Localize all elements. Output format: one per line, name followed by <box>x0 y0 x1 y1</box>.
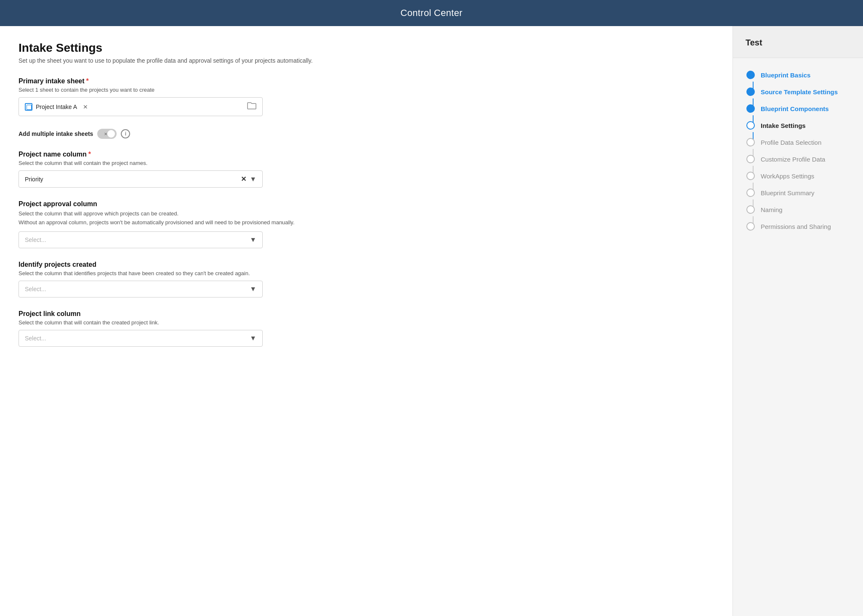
sidebar-item-label-blueprint-components: Blueprint Components <box>761 105 829 112</box>
sidebar-item-label-customize-profile-data: Customize Profile Data <box>761 156 825 163</box>
info-icon[interactable]: i <box>121 129 130 138</box>
sidebar-item-blueprint-components[interactable]: Blueprint Components <box>741 100 863 117</box>
project-name-column-select[interactable]: Priority ✕ ▼ <box>19 170 263 188</box>
project-link-column-section: Project link column Select the column th… <box>19 310 714 347</box>
chevron-down-icon-4: ▼ <box>250 335 256 342</box>
nav-dot-blueprint-summary <box>746 189 755 197</box>
sidebar-item-label-blueprint-summary: Blueprint Summary <box>761 189 815 196</box>
primary-intake-sheet-desc: Select 1 sheet to contain the projects y… <box>19 87 714 93</box>
sidebar-item-label-profile-data-selection: Profile Data Selection <box>761 139 821 146</box>
sheet-tag: Project Intake A ✕ <box>25 103 88 111</box>
toggle-x-icon: ✕ <box>104 132 107 136</box>
identify-projects-created-select[interactable]: Select... ▼ <box>19 281 263 297</box>
project-name-column-section: Project name column * Select the column … <box>19 151 714 188</box>
nav-dot-customize-profile-data <box>746 155 755 163</box>
add-multiple-sheets-label: Add multiple intake sheets <box>19 130 93 137</box>
sidebar-item-workapps-settings[interactable]: WorkApps Settings <box>741 167 863 184</box>
nav-dot-blueprint-basics <box>746 71 755 79</box>
identify-projects-created-placeholder: Select... <box>25 286 46 292</box>
project-name-column-value: Priority <box>25 176 43 183</box>
sheet-icon <box>25 103 32 111</box>
project-link-column-title: Project link column <box>19 310 714 318</box>
identify-projects-created-section: Identify projects created Select the col… <box>19 261 714 297</box>
required-star: * <box>86 77 89 85</box>
primary-intake-sheet-section: Primary intake sheet * Select 1 sheet to… <box>19 77 714 116</box>
select-controls-3: ▼ <box>250 285 256 293</box>
sidebar-item-permissions-and-sharing[interactable]: Permissions and Sharing <box>741 218 863 235</box>
sidebar-item-label-intake-settings: Intake Settings <box>761 122 806 129</box>
sheet-clear-button[interactable]: ✕ <box>83 104 88 110</box>
primary-intake-sheet-input[interactable]: Project Intake A ✕ <box>19 97 263 116</box>
main-content: Intake Settings Set up the sheet you wan… <box>0 26 732 616</box>
page-subtitle: Set up the sheet you want to use to popu… <box>19 57 714 64</box>
select-controls-2: ▼ <box>250 236 256 244</box>
chevron-down-icon-3: ▼ <box>250 285 256 293</box>
sidebar-item-intake-settings[interactable]: Intake Settings <box>741 117 863 134</box>
sidebar-item-label-permissions-and-sharing: Permissions and Sharing <box>761 223 831 230</box>
nav-dot-permissions-and-sharing <box>746 222 755 231</box>
nav-dot-blueprint-components <box>746 104 755 113</box>
sidebar: Test Blueprint Basics Source Template Se… <box>732 26 863 616</box>
sidebar-nav: Blueprint Basics Source Template Setting… <box>733 58 863 243</box>
identify-projects-created-desc: Select the column that identifies projec… <box>19 270 714 276</box>
project-approval-column-select[interactable]: Select... ▼ <box>19 231 263 248</box>
add-multiple-sheets-row: Add multiple intake sheets ✕ i <box>19 129 714 139</box>
project-name-column-title: Project name column * <box>19 151 714 158</box>
sidebar-item-label-blueprint-basics: Blueprint Basics <box>761 72 810 79</box>
top-bar: Control Center <box>0 0 863 26</box>
sidebar-title: Test <box>733 26 863 58</box>
project-name-column-desc: Select the column that will contain the … <box>19 160 714 166</box>
sidebar-item-customize-profile-data[interactable]: Customize Profile Data <box>741 151 863 167</box>
page-title: Intake Settings <box>19 41 714 55</box>
project-approval-column-placeholder: Select... <box>25 236 46 243</box>
sidebar-item-label-source-template-settings: Source Template Settings <box>761 88 838 96</box>
add-multiple-sheets-toggle[interactable]: ✕ <box>97 129 117 139</box>
top-bar-title: Control Center <box>400 8 462 18</box>
sidebar-item-blueprint-summary[interactable]: Blueprint Summary <box>741 184 863 201</box>
primary-intake-sheet-title: Primary intake sheet * <box>19 77 714 85</box>
project-approval-column-desc: Select the column that will approve whic… <box>19 210 714 227</box>
project-approval-column-title: Project approval column <box>19 200 714 208</box>
sidebar-item-blueprint-basics[interactable]: Blueprint Basics <box>741 66 863 83</box>
chevron-down-icon: ▼ <box>250 175 256 183</box>
sidebar-item-source-template-settings[interactable]: Source Template Settings <box>741 83 863 100</box>
nav-dot-source-template-settings <box>746 88 755 96</box>
clear-project-name-column[interactable]: ✕ <box>241 175 246 183</box>
nav-dot-naming <box>746 205 755 214</box>
sidebar-item-label-workapps-settings: WorkApps Settings <box>761 173 814 180</box>
sidebar-item-naming[interactable]: Naming <box>741 201 863 218</box>
project-link-column-placeholder: Select... <box>25 335 46 342</box>
chevron-down-icon-2: ▼ <box>250 236 256 244</box>
identify-projects-created-title: Identify projects created <box>19 261 714 268</box>
sidebar-item-profile-data-selection[interactable]: Profile Data Selection <box>741 134 863 151</box>
sidebar-item-label-naming: Naming <box>761 206 783 213</box>
select-controls: ✕ ▼ <box>241 175 256 183</box>
toggle-thumb <box>107 130 115 138</box>
nav-dot-profile-data-selection <box>746 138 755 146</box>
required-star-2: * <box>88 151 91 158</box>
project-link-column-desc: Select the column that will contain the … <box>19 319 714 326</box>
select-controls-4: ▼ <box>250 335 256 342</box>
sheet-value: Project Intake A <box>36 104 77 110</box>
folder-icon[interactable] <box>247 102 256 112</box>
nav-dot-workapps-settings <box>746 172 755 180</box>
project-approval-column-section: Project approval column Select the colum… <box>19 200 714 248</box>
project-link-column-select[interactable]: Select... ▼ <box>19 330 263 347</box>
main-layout: Intake Settings Set up the sheet you wan… <box>0 26 863 616</box>
nav-dot-intake-settings <box>746 121 755 130</box>
